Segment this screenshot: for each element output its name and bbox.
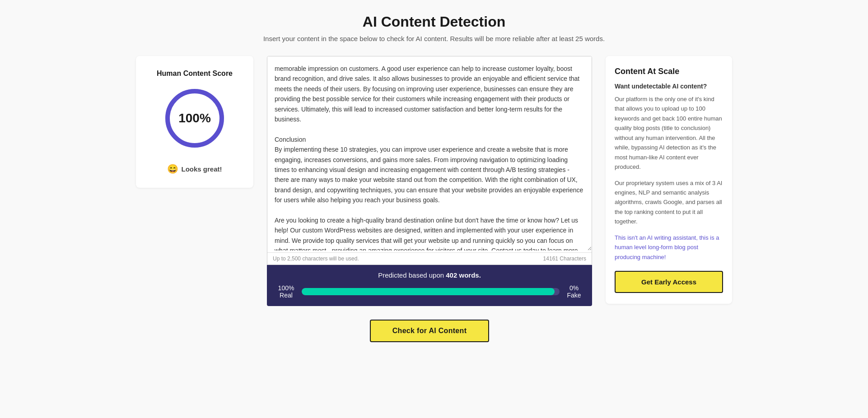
right-panel-title: Content At Scale (615, 67, 723, 76)
textarea-footer: Up to 2,500 characters will be used. 141… (267, 252, 592, 265)
textarea-wrapper: Up to 2,500 characters will be used. 141… (267, 56, 592, 265)
left-panel: Human Content Score 100% 😄 Looks great! (136, 56, 253, 188)
right-panel-p1: Our platform is the only one of it's kin… (615, 94, 723, 172)
real-label: 100% Real (276, 284, 296, 299)
check-btn-wrapper: Check for AI Content (267, 320, 592, 342)
page-wrapper: AI Content Detection Insert your content… (0, 0, 868, 360)
check-ai-button[interactable]: Check for AI Content (370, 320, 490, 342)
progress-bar-track (302, 288, 560, 295)
right-panel-p2: Our proprietary system uses a mix of 3 A… (615, 178, 723, 227)
result-bar: Predicted based upon 402 words. 100% Rea… (267, 265, 592, 306)
real-text: Real (280, 292, 293, 299)
bar-row: 100% Real 0% Fake (276, 284, 583, 299)
fake-percent: 0% (569, 284, 579, 292)
looks-great-label: 😄 Looks great! (167, 163, 222, 174)
score-circle: 100% (163, 87, 226, 150)
right-panel-subtitle: Want undetectable AI content? (615, 83, 723, 90)
happy-emoji: 😄 (167, 163, 178, 174)
predicted-words: 402 words. (446, 271, 481, 279)
score-value: 100% (178, 111, 211, 125)
page-subtitle: Insert your content in the space below t… (9, 35, 859, 42)
right-panel: Content At Scale Want undetectable AI co… (606, 56, 732, 304)
predicted-text: Predicted based upon 402 words. (276, 271, 583, 279)
main-layout: Human Content Score 100% 😄 Looks great! … (9, 56, 859, 342)
char-limit-note: Up to 2,500 characters will be used. (273, 255, 359, 262)
real-percent: 100% (278, 284, 294, 292)
fake-label: 0% Fake (565, 284, 583, 299)
progress-bar-fill (302, 288, 555, 295)
center-panel: Up to 2,500 characters will be used. 141… (267, 56, 592, 342)
score-label: Human Content Score (157, 70, 233, 78)
content-textarea[interactable] (267, 56, 592, 251)
get-early-access-button[interactable]: Get Early Access (615, 271, 723, 293)
right-panel-p3: This isn't an AI writing assistant, this… (615, 233, 723, 262)
char-count: 14161 Characters (543, 255, 586, 262)
fake-text: Fake (567, 292, 581, 299)
page-title: AI Content Detection (9, 14, 859, 30)
